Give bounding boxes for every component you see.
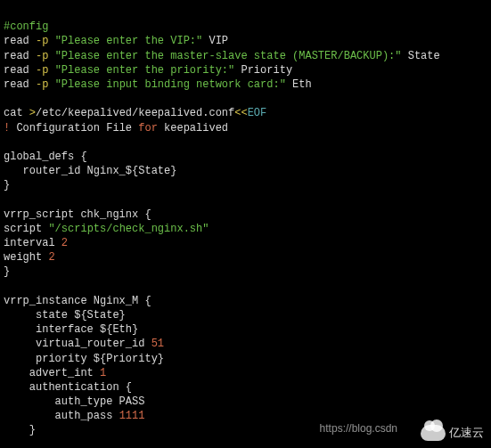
watermark-url: https://blog.csdn (320, 421, 397, 436)
flag: -p (36, 50, 55, 62)
txt: keepalived (158, 122, 228, 134)
op: << (234, 107, 247, 119)
num: 51 (151, 338, 164, 350)
block: vrrp_instance Nginx_M { (4, 295, 151, 307)
line: auth_pass (4, 410, 119, 422)
code-block: #config read -p "Please enter the VIP:" … (0, 0, 491, 448)
flag: -p (36, 64, 55, 77)
op: > (29, 107, 36, 119)
brace: } (4, 424, 36, 436)
kw-cat: cat (4, 107, 29, 119)
path: /etc/keepalived/keepalived.conf (36, 107, 234, 119)
num: 1111 (119, 410, 145, 422)
kw-script: script (4, 223, 48, 235)
line: advert_int (4, 367, 100, 379)
string: "Please enter the priority:" (55, 64, 235, 77)
block: global_defs { (4, 151, 87, 163)
comment: #config (4, 20, 48, 33)
kw-read: read (4, 78, 36, 91)
line: priority ${Priority} (4, 353, 164, 365)
kw-read: read (4, 35, 36, 47)
kw-read: read (4, 50, 36, 62)
string: "/scripts/check_nginx.sh" (48, 223, 209, 235)
var: VIP (202, 35, 228, 47)
line: virtual_router_id (4, 338, 151, 350)
num: 2 (48, 251, 54, 264)
var: Eth (286, 78, 312, 91)
string: "Please input binding network card:" (55, 78, 286, 91)
string: "Please enter the VIP:" (55, 35, 203, 47)
block: vrrp_script chk_nginx { (4, 208, 151, 221)
var: Priority (234, 64, 292, 77)
num: 1 (100, 367, 106, 379)
excl: ! (4, 122, 16, 134)
line: router_id Nginx_${State} (4, 165, 176, 177)
txt: Configuration File (16, 122, 138, 134)
kw-read: read (4, 64, 36, 77)
num: 2 (61, 237, 68, 249)
flag: -p (36, 35, 55, 47)
brace: } (4, 179, 10, 191)
string: "Please enter the master-slave state (MA… (55, 50, 402, 62)
cloud-icon (421, 425, 446, 441)
var: State (402, 50, 440, 62)
kw-interval: interval (4, 237, 61, 249)
line: auth_type PASS (4, 395, 144, 408)
watermark-text: 亿速云 (449, 425, 484, 441)
kw-weight: weight (4, 251, 48, 264)
block: authentication { (4, 381, 132, 394)
brace: } (4, 265, 10, 278)
flag: -p (36, 78, 55, 91)
kw-for: for (138, 122, 158, 134)
line: interface ${Eth} (4, 323, 138, 336)
watermark-logo: 亿速云 (421, 425, 484, 441)
heredoc: EOF (248, 107, 267, 119)
line: state ${State} (4, 309, 126, 322)
